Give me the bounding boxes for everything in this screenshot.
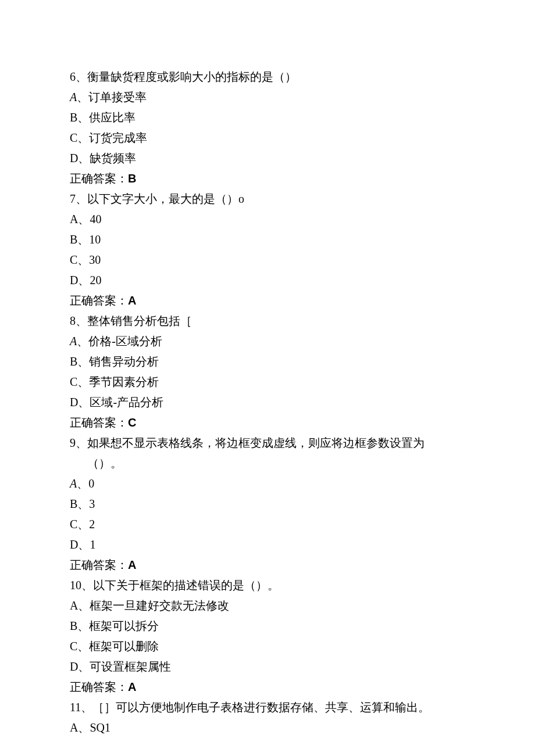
question-number: 10、 <box>70 579 93 592</box>
answer-line: 正确答案：A <box>70 555 465 575</box>
option-sep: 、 <box>77 355 89 368</box>
answer-label: 正确答案： <box>70 294 128 307</box>
question-stem: 7、以下文字大小，最大的是（）o <box>70 189 465 209</box>
option-sep: 、 <box>78 396 90 409</box>
question-number: 8、 <box>70 314 87 327</box>
option-text: 供应比率 <box>89 111 135 124</box>
option-sep: 、 <box>77 497 89 510</box>
question-option: B、销售异动分析 <box>70 352 465 372</box>
answer-value: B <box>128 172 136 185</box>
option-text: SQ1 <box>90 721 110 734</box>
option-sep: 、 <box>78 660 90 673</box>
question-option: C、季节因素分析 <box>70 372 465 392</box>
option-sep: 、 <box>77 233 89 246</box>
question-stem-cont: （）。 <box>70 453 465 474</box>
option-sep: 、 <box>78 721 90 734</box>
question-option: D、20 <box>70 270 465 291</box>
question-option: A、40 <box>70 209 465 230</box>
option-text: 价格-区域分析 <box>88 335 162 347</box>
option-letter: C <box>70 640 77 653</box>
option-text: 1 <box>90 538 95 551</box>
question-number: 6、 <box>70 70 87 83</box>
question-text: 如果想不显示表格线条，将边框变成虚线，则应将边框参数设置为 <box>87 436 425 449</box>
question-number: 7、 <box>70 192 87 205</box>
option-text: 销售异动分析 <box>89 355 159 368</box>
option-letter: A <box>70 477 77 490</box>
option-text: 缺货频率 <box>90 152 136 164</box>
option-text: 40 <box>90 213 101 225</box>
option-letter: D <box>70 538 78 551</box>
option-sep: 、 <box>77 131 89 144</box>
question-option: B、10 <box>70 230 465 250</box>
option-text: 框架一旦建好交款无法修改 <box>90 599 229 612</box>
question-stem: 11、［］可以方便地制作电子表格进行数据存储、共享、运算和输出。 <box>70 697 465 718</box>
option-text: 框架可以删除 <box>89 640 159 653</box>
answer-value: C <box>128 416 136 429</box>
answer-value: A <box>128 680 136 693</box>
option-sep: 、 <box>78 213 90 225</box>
question-text: 衡量缺货程度或影响大小的指标的是（） <box>87 70 297 83</box>
question-option: A、框架一旦建好交款无法修改 <box>70 596 465 616</box>
option-letter: B <box>70 233 77 246</box>
option-sep: 、 <box>78 152 90 164</box>
answer-value: A <box>128 294 136 307</box>
question-option: B、供应比率 <box>70 108 465 128</box>
document-content: 6、衡量缺货程度或影响大小的指标的是（） A、订单接受率 B、供应比率 C、订货… <box>70 67 465 738</box>
option-letter: A <box>70 335 77 347</box>
answer-line: 正确答案：A <box>70 677 465 697</box>
answer-label: 正确答案： <box>70 172 128 185</box>
answer-label: 正确答案： <box>70 416 128 429</box>
question-option: C、框架可以删除 <box>70 636 465 657</box>
option-letter: A <box>70 91 77 103</box>
question-option: B、框架可以拆分 <box>70 616 465 636</box>
option-letter: C <box>70 375 77 388</box>
question-text: 整体销售分析包括［ <box>87 314 192 327</box>
question-option: D、缺货频率 <box>70 148 465 169</box>
option-letter: A <box>70 721 78 734</box>
question-text: 以下文字大小，最大的是（）o <box>87 192 244 205</box>
option-letter: B <box>70 111 77 124</box>
question-option: D、区域-产品分析 <box>70 392 465 413</box>
option-text: 10 <box>89 233 101 246</box>
answer-value: A <box>128 558 136 571</box>
option-letter: D <box>70 152 78 164</box>
option-sep: 、 <box>77 253 89 266</box>
answer-line: 正确答案：B <box>70 169 465 189</box>
question-option: A、SQ1 <box>70 718 465 738</box>
option-text: 3 <box>89 497 95 510</box>
question-number: 11、 <box>70 701 92 714</box>
option-sep: 、 <box>78 274 90 286</box>
question-text: ［］可以方便地制作电子表格进行数据存储、共享、运算和输出。 <box>92 701 430 714</box>
option-sep: 、 <box>77 640 89 653</box>
option-text: 季节因素分析 <box>89 375 159 388</box>
option-text: 2 <box>89 518 95 531</box>
option-letter: D <box>70 274 78 286</box>
option-text: 框架可以拆分 <box>89 619 159 632</box>
option-sep: 、 <box>77 91 88 103</box>
option-sep: 、 <box>77 619 89 632</box>
question-text-cont: （）。 <box>87 457 122 470</box>
question-stem: 6、衡量缺货程度或影响大小的指标的是（） <box>70 67 465 87</box>
answer-line: 正确答案：A <box>70 291 465 311</box>
option-sep: 、 <box>77 335 88 347</box>
question-option: C、30 <box>70 250 465 270</box>
option-sep: 、 <box>77 375 89 388</box>
question-option: D、可设置框架属性 <box>70 657 465 677</box>
option-letter: B <box>70 497 77 510</box>
question-number: 9、 <box>70 436 87 449</box>
option-text: 20 <box>90 274 101 286</box>
question-text: 以下关于框架的描述错误的是（）。 <box>93 579 279 592</box>
option-text: 可设置框架属性 <box>90 660 171 673</box>
option-text: 30 <box>89 253 101 266</box>
option-letter: B <box>70 619 77 632</box>
answer-label: 正确答案： <box>70 558 128 571</box>
question-stem: 10、以下关于框架的描述错误的是（）。 <box>70 575 465 596</box>
option-sep: 、 <box>77 477 88 490</box>
option-text: 0 <box>88 477 94 490</box>
option-sep: 、 <box>78 599 90 612</box>
question-option: D、1 <box>70 535 465 555</box>
question-option: A、0 <box>70 474 465 494</box>
question-option: A、价格-区域分析 <box>70 331 465 352</box>
option-letter: B <box>70 355 77 368</box>
option-letter: D <box>70 396 78 409</box>
